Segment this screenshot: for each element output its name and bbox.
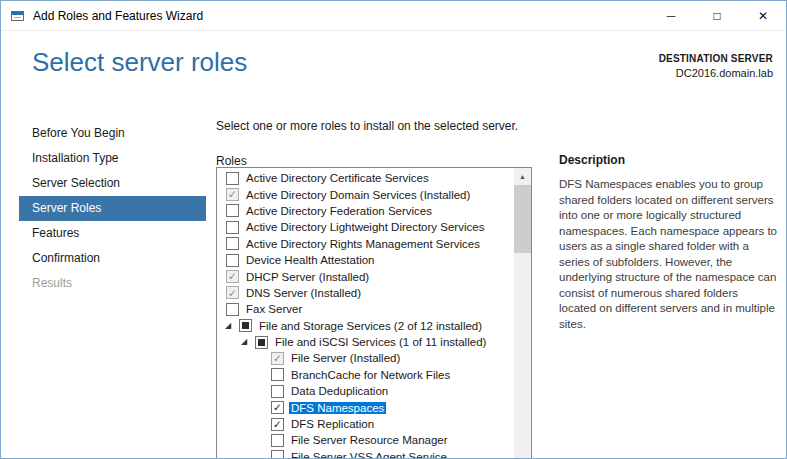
role-label: File Server VSS Agent Service xyxy=(289,451,449,459)
tree-expanded-icon[interactable]: ◢ xyxy=(224,322,239,330)
role-label: File and Storage Services (2 of 12 insta… xyxy=(257,320,484,332)
role-checkbox[interactable] xyxy=(271,368,284,381)
role-row[interactable]: Active Directory Rights Management Servi… xyxy=(217,236,514,252)
tree-expanded-icon[interactable]: ◢ xyxy=(240,338,255,346)
role-row[interactable]: Device Health Attestation xyxy=(217,252,514,268)
role-row[interactable]: File Server VSS Agent Service xyxy=(217,449,514,459)
role-label: Active Directory Rights Management Servi… xyxy=(244,238,482,250)
window-title: Add Roles and Features Wizard xyxy=(33,9,203,23)
role-row[interactable]: ✓DFS Namespaces xyxy=(217,399,514,415)
role-checkbox[interactable] xyxy=(255,336,268,349)
role-row[interactable]: ✓Active Directory Domain Services (Insta… xyxy=(217,186,514,202)
roles-list-label: Roles xyxy=(216,154,532,168)
roles-rows: Active Directory Certificate Services✓Ac… xyxy=(217,170,514,459)
role-checkbox[interactable] xyxy=(239,319,252,332)
sidebar-item-confirmation[interactable]: Confirmation xyxy=(19,246,206,271)
role-checkbox[interactable] xyxy=(226,204,239,217)
minimize-button[interactable]: ─ xyxy=(648,1,694,30)
description-text: DFS Namespaces enables you to group shar… xyxy=(559,177,777,332)
role-row[interactable]: ✓DFS Replication xyxy=(217,416,514,432)
page-title: Select server roles xyxy=(32,47,247,78)
close-button[interactable]: ✕ xyxy=(740,1,786,30)
scrollbar[interactable]: ▲ xyxy=(514,168,531,459)
role-row[interactable]: Active Directory Lightweight Directory S… xyxy=(217,219,514,235)
role-checkbox[interactable] xyxy=(226,172,239,185)
title-bar: Add Roles and Features Wizard ─ □ ✕ xyxy=(1,1,786,31)
role-label: Device Health Attestation xyxy=(244,254,377,266)
role-checkbox[interactable]: ✓ xyxy=(271,352,284,365)
role-row[interactable]: Data Deduplication xyxy=(217,383,514,399)
role-checkbox[interactable]: ✓ xyxy=(226,188,239,201)
role-label: Data Deduplication xyxy=(289,385,390,397)
scrollbar-thumb[interactable] xyxy=(514,185,531,253)
sidebar-item-installation-type[interactable]: Installation Type xyxy=(19,146,206,171)
role-label: DFS Replication xyxy=(289,418,376,430)
role-row[interactable]: Fax Server xyxy=(217,301,514,317)
role-row[interactable]: Active Directory Certificate Services xyxy=(217,170,514,186)
indeterminate-mark xyxy=(242,322,249,329)
role-label: Active Directory Lightweight Directory S… xyxy=(244,221,486,233)
role-label: Active Directory Certificate Services xyxy=(244,172,431,184)
role-checkbox[interactable]: ✓ xyxy=(271,401,284,414)
role-checkbox[interactable]: ✓ xyxy=(226,270,239,283)
wizard-window: Add Roles and Features Wizard ─ □ ✕ Sele… xyxy=(0,0,787,459)
role-checkbox[interactable] xyxy=(271,385,284,398)
role-label: DHCP Server (Installed) xyxy=(244,271,371,283)
wizard-body: Before You Begin Installation Type Serve… xyxy=(1,111,786,458)
role-checkbox[interactable]: ✓ xyxy=(271,418,284,431)
sidebar-item-results: Results xyxy=(19,271,206,296)
role-label: File and iSCSI Services (1 of 11 install… xyxy=(273,336,488,348)
role-label: BranchCache for Network Files xyxy=(289,369,452,381)
destination-server-name: DC2016.domain.lab xyxy=(659,67,773,79)
role-checkbox[interactable]: ✓ xyxy=(226,286,239,299)
scrollbar-up-icon[interactable]: ▲ xyxy=(514,168,531,184)
role-checkbox[interactable] xyxy=(226,254,239,267)
window-icon xyxy=(10,8,26,24)
roles-listbox: Active Directory Certificate Services✓Ac… xyxy=(216,167,532,459)
wizard-header: Select server roles DESTINATION SERVER D… xyxy=(1,32,786,111)
description-panel: Description DFS Namespaces enables you t… xyxy=(559,111,777,332)
destination-server-block: DESTINATION SERVER DC2016.domain.lab xyxy=(659,53,773,79)
role-label: Active Directory Domain Services (Instal… xyxy=(244,189,472,201)
destination-server-label: DESTINATION SERVER xyxy=(659,53,773,64)
instruction-text: Select one or more roles to install on t… xyxy=(216,119,532,133)
role-label: File Server Resource Manager xyxy=(289,434,450,446)
sidebar-item-before-you-begin[interactable]: Before You Begin xyxy=(19,121,206,146)
role-row[interactable]: ✓File Server (Installed) xyxy=(217,350,514,366)
wizard-steps-sidebar: Before You Begin Installation Type Serve… xyxy=(19,121,206,296)
role-row[interactable]: ✓DHCP Server (Installed) xyxy=(217,268,514,284)
sidebar-item-server-roles[interactable]: Server Roles xyxy=(19,196,206,221)
sidebar-item-server-selection[interactable]: Server Selection xyxy=(19,171,206,196)
role-label: File Server (Installed) xyxy=(289,352,402,364)
role-checkbox[interactable] xyxy=(226,303,239,316)
role-label: DFS Namespaces xyxy=(289,402,386,414)
role-row[interactable]: Active Directory Federation Services xyxy=(217,203,514,219)
role-label: Fax Server xyxy=(244,303,304,315)
role-label: Active Directory Federation Services xyxy=(244,205,434,217)
role-row[interactable]: ◢File and iSCSI Services (1 of 11 instal… xyxy=(217,334,514,350)
window-controls: ─ □ ✕ xyxy=(648,1,786,30)
role-row[interactable]: ◢File and Storage Services (2 of 12 inst… xyxy=(217,318,514,334)
roles-content: Select one or more roles to install on t… xyxy=(216,111,532,168)
role-row[interactable]: BranchCache for Network Files xyxy=(217,367,514,383)
role-checkbox[interactable] xyxy=(271,434,284,447)
role-row[interactable]: ✓DNS Server (Installed) xyxy=(217,285,514,301)
indeterminate-mark xyxy=(258,339,265,346)
maximize-button[interactable]: □ xyxy=(694,1,740,30)
sidebar-item-features[interactable]: Features xyxy=(19,221,206,246)
role-label: DNS Server (Installed) xyxy=(244,287,363,299)
description-title: Description xyxy=(559,153,777,167)
role-checkbox[interactable] xyxy=(226,237,239,250)
role-checkbox[interactable] xyxy=(226,221,239,234)
role-row[interactable]: File Server Resource Manager xyxy=(217,432,514,448)
role-checkbox[interactable] xyxy=(271,450,284,459)
